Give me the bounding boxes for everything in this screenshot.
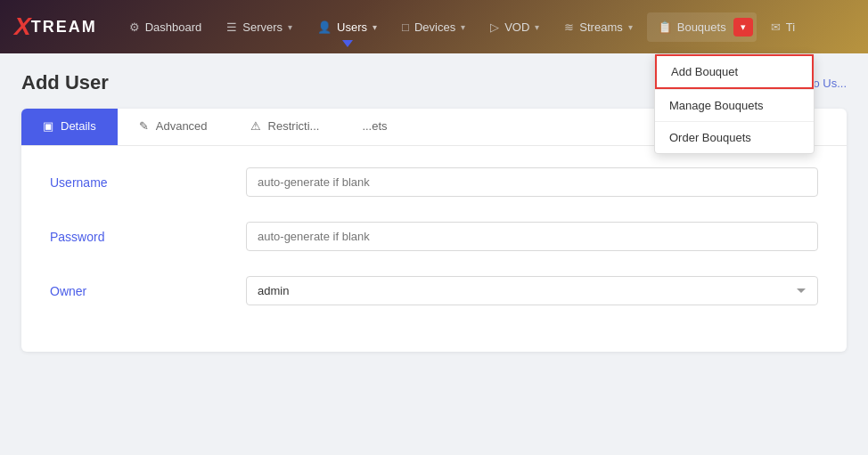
nav-item-devices[interactable]: □ Devices ▾ bbox=[391, 15, 476, 39]
form-content: Username Password Owner admin bbox=[21, 146, 847, 352]
nav-item-bouquets[interactable]: 📋 Bouquets ▾ bbox=[647, 12, 757, 42]
username-label: Username bbox=[50, 175, 246, 190]
password-label: Password bbox=[50, 230, 246, 244]
dropdown-add-bouquet[interactable]: Add Bouquet bbox=[655, 54, 814, 89]
password-row: Password bbox=[50, 222, 818, 251]
users-caret bbox=[342, 40, 353, 47]
streams-icon: ≋ bbox=[564, 20, 574, 34]
users-icon: 👤 bbox=[317, 20, 332, 34]
tab-details[interactable]: ▣ Details bbox=[21, 109, 118, 145]
tab-restrictions[interactable]: ⚠ Restricti... bbox=[229, 109, 341, 145]
dropdown-order-bouquets[interactable]: Order Bouquets bbox=[655, 122, 814, 153]
logo-tream: TREAM bbox=[31, 18, 97, 37]
main-nav: ⚙ Dashboard ☰ Servers ▾ 👤 Users ▾ □ Devi… bbox=[119, 0, 806, 53]
nav-label-tickets: Ti bbox=[786, 20, 795, 34]
users-chevron-icon: ▾ bbox=[373, 22, 377, 32]
dashboard-icon: ⚙ bbox=[129, 20, 140, 34]
header: X TREAM ⚙ Dashboard ☰ Servers ▾ 👤 Users … bbox=[0, 0, 868, 53]
nav-item-users[interactable]: 👤 Users ▾ bbox=[307, 15, 388, 39]
nav-label-users: Users bbox=[337, 20, 367, 34]
vod-icon: ▷ bbox=[490, 20, 499, 34]
tab-advanced-label: Advanced bbox=[156, 119, 208, 133]
devices-chevron-icon: ▾ bbox=[461, 22, 465, 32]
password-input[interactable] bbox=[246, 222, 818, 251]
vod-chevron-icon: ▾ bbox=[535, 22, 539, 32]
devices-icon: □ bbox=[402, 20, 409, 34]
page-title: Add User bbox=[21, 71, 109, 94]
servers-icon: ☰ bbox=[226, 20, 237, 34]
nav-item-streams[interactable]: ≋ Streams ▾ bbox=[553, 15, 643, 39]
servers-chevron-icon: ▾ bbox=[288, 22, 292, 32]
owner-row: Owner admin bbox=[50, 276, 818, 305]
nav-label-dashboard: Dashboard bbox=[145, 20, 202, 34]
tab-bouquets[interactable]: ...ets bbox=[340, 109, 408, 145]
nav-item-dashboard[interactable]: ⚙ Dashboard bbox=[119, 15, 213, 39]
streams-chevron-icon: ▾ bbox=[628, 22, 633, 32]
tickets-icon: ✉ bbox=[771, 20, 781, 34]
logo-x: X bbox=[14, 12, 31, 41]
bouquets-icon: 📋 bbox=[658, 20, 672, 34]
nav-label-streams: Streams bbox=[579, 20, 622, 34]
nav-item-tickets[interactable]: ✉ Ti bbox=[760, 15, 806, 39]
tab-restrictions-label: Restricti... bbox=[268, 119, 320, 133]
advanced-tab-icon: ✎ bbox=[139, 119, 149, 133]
details-tab-icon: ▣ bbox=[43, 119, 53, 133]
bouquets-dropdown-menu: Add Bouquet Manage Bouquets Order Bouque… bbox=[654, 53, 815, 154]
username-row: Username bbox=[50, 167, 818, 197]
bouquets-dropdown-button[interactable]: ▾ bbox=[733, 18, 753, 37]
dropdown-manage-bouquets[interactable]: Manage Bouquets bbox=[655, 90, 814, 121]
logo: X TREAM bbox=[14, 12, 97, 41]
owner-select[interactable]: admin bbox=[246, 276, 818, 305]
restrictions-tab-icon: ⚠ bbox=[250, 119, 261, 133]
nav-label-bouquets: Bouquets bbox=[677, 20, 726, 34]
nav-item-vod[interactable]: ▷ VOD ▾ bbox=[479, 15, 550, 39]
tab-details-label: Details bbox=[61, 119, 96, 133]
username-input[interactable] bbox=[246, 167, 818, 197]
nav-label-vod: VOD bbox=[504, 20, 529, 34]
tab-bouquets-label: ...ets bbox=[362, 119, 387, 133]
owner-label: Owner bbox=[50, 284, 246, 298]
tab-advanced[interactable]: ✎ Advanced bbox=[118, 109, 229, 145]
nav-label-servers: Servers bbox=[242, 20, 283, 34]
nav-item-servers[interactable]: ☰ Servers ▾ bbox=[216, 15, 303, 39]
nav-label-devices: Devices bbox=[414, 20, 455, 34]
